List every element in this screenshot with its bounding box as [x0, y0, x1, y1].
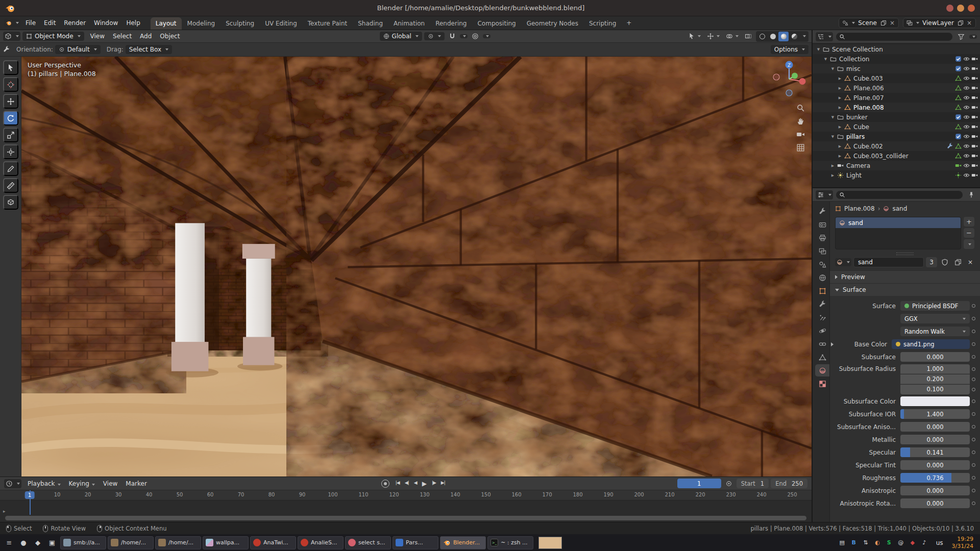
- breadcrumb-object[interactable]: Plane.008: [844, 205, 875, 212]
- workspace-tab[interactable]: Texture Paint: [303, 17, 352, 30]
- gizmo-y-axis[interactable]: [792, 73, 798, 79]
- disable-in-render-toggle[interactable]: [971, 133, 978, 140]
- hide-in-viewport-toggle[interactable]: [963, 162, 970, 169]
- hide-in-viewport-toggle[interactable]: [963, 75, 970, 82]
- outliner-row[interactable]: ▶ Cube: [813, 122, 980, 132]
- tray-icon[interactable]: ◆: [909, 539, 917, 547]
- outliner-item-label[interactable]: misc: [845, 65, 945, 72]
- properties-tab[interactable]: [815, 311, 829, 323]
- keyframe-decorator[interactable]: [970, 412, 977, 416]
- close-button[interactable]: [968, 5, 975, 12]
- hide-in-viewport-toggle[interactable]: [963, 85, 970, 91]
- tool-button[interactable]: [3, 77, 18, 92]
- property-value-slider[interactable]: 0.736: [900, 473, 970, 483]
- end-frame-field[interactable]: End250: [771, 479, 807, 488]
- taskbar-window-button[interactable]: ~ : zsh ...: [487, 536, 533, 549]
- hide-in-viewport-toggle[interactable]: [963, 123, 970, 130]
- navigation-gizmo[interactable]: Z: [769, 59, 810, 101]
- timeline-scrollbar[interactable]: [5, 516, 806, 520]
- unlink-material-button[interactable]: ×: [966, 258, 975, 267]
- tool-button[interactable]: [3, 144, 18, 159]
- surface-panel-header[interactable]: Surface: [830, 283, 980, 296]
- menubar-item[interactable]: Edit: [40, 18, 60, 28]
- timeline-ruler[interactable]: 1102030405060708090100110120130140150160…: [0, 490, 812, 500]
- tray-icon[interactable]: B: [850, 539, 858, 547]
- disable-in-render-toggle[interactable]: [971, 172, 978, 179]
- property-value-slider[interactable]: 0.200: [900, 374, 970, 384]
- unlink-scene-button[interactable]: ×: [889, 19, 895, 27]
- property-value-slider[interactable]: 0.000: [900, 435, 970, 444]
- keyframe-decorator[interactable]: [970, 330, 977, 333]
- properties-tab[interactable]: [815, 378, 829, 390]
- outliner-item-label[interactable]: Collection: [838, 56, 945, 63]
- outliner-row[interactable]: ▶ Cube.003: [813, 73, 980, 83]
- outliner-row[interactable]: ▼ misc: [813, 64, 980, 73]
- disable-in-render-toggle[interactable]: [971, 153, 978, 159]
- transform-orientation-dropdown[interactable]: Global: [380, 32, 422, 41]
- outliner-item-label[interactable]: Cube.003: [852, 75, 945, 82]
- new-material-button[interactable]: [952, 258, 964, 267]
- property-value-slider[interactable]: 0.000: [900, 486, 970, 495]
- blender-menu-button[interactable]: [4, 19, 20, 27]
- property-value-slider[interactable]: 0.141: [900, 447, 970, 457]
- taskbar-window-button[interactable]: /home/...: [155, 536, 201, 549]
- keyframe-decorator[interactable]: [970, 317, 977, 320]
- properties-tab[interactable]: [815, 205, 829, 217]
- expand-arrow-icon[interactable]: ▼: [830, 115, 836, 119]
- workspace-tab[interactable]: Layout: [151, 17, 182, 30]
- keyframe-decorator[interactable]: [970, 388, 977, 391]
- proportional-falloff-dropdown[interactable]: [483, 34, 491, 38]
- workspace-tab[interactable]: Animation: [388, 17, 430, 30]
- hide-in-viewport-toggle[interactable]: [963, 104, 970, 111]
- disable-in-render-toggle[interactable]: [971, 56, 978, 62]
- property-value-slider[interactable]: 1.400: [900, 409, 970, 419]
- pin-id-button[interactable]: [966, 190, 977, 199]
- properties-tab[interactable]: [815, 351, 829, 363]
- menubar-item[interactable]: Help: [122, 18, 144, 28]
- outliner-item-label[interactable]: Cube.002: [852, 143, 945, 150]
- add-workspace-button[interactable]: +: [622, 18, 635, 28]
- transport-button[interactable]: [420, 479, 429, 488]
- overlays-dropdown[interactable]: [724, 32, 741, 41]
- snap-settings-dropdown[interactable]: [460, 34, 468, 38]
- keyframe-decorator[interactable]: [970, 342, 977, 346]
- menubar-item[interactable]: Window: [90, 18, 122, 28]
- transport-button[interactable]: [394, 479, 402, 488]
- property-value-slider[interactable]: 0.000: [900, 498, 970, 508]
- subsurface-method-dropdown[interactable]: Random Walk: [900, 327, 970, 336]
- properties-tab[interactable]: [815, 324, 829, 337]
- tray-icon[interactable]: ◐: [873, 539, 881, 547]
- material-slot-list[interactable]: sand: [835, 217, 961, 249]
- timeline-editor-type-button[interactable]: [4, 479, 21, 488]
- selectability-visibility-dropdown[interactable]: [686, 32, 703, 41]
- expand-arrow-icon[interactable]: ▼: [830, 67, 836, 71]
- snap-toggle[interactable]: [447, 32, 458, 41]
- properties-tab[interactable]: [815, 338, 829, 350]
- material-users-button[interactable]: 3: [926, 257, 937, 267]
- properties-tab[interactable]: [815, 298, 829, 310]
- shading-settings-dropdown[interactable]: [800, 34, 807, 38]
- outliner-row[interactable]: ▼ bunker: [813, 112, 980, 122]
- taskbar-window-button[interactable]: smb://a...: [60, 536, 106, 549]
- launcher-button[interactable]: ▣: [45, 536, 59, 549]
- shading-rendered-button[interactable]: [789, 32, 799, 41]
- viewport-menu-item[interactable]: View: [86, 31, 109, 41]
- outliner-item-label[interactable]: Plane.007: [852, 94, 945, 102]
- outliner-item-label[interactable]: Cube: [852, 123, 945, 131]
- outliner-item-label[interactable]: Camera: [845, 162, 945, 169]
- options-dropdown[interactable]: Options: [771, 45, 808, 54]
- zoom-icon[interactable]: [796, 104, 805, 112]
- start-frame-field[interactable]: Start1: [737, 479, 769, 488]
- expand-arrow-icon[interactable]: ▶: [830, 173, 836, 178]
- workspace-tab[interactable]: Modeling: [182, 17, 220, 30]
- properties-tab[interactable]: [815, 218, 829, 231]
- tray-icon[interactable]: S: [885, 539, 893, 547]
- expand-arrow-icon[interactable]: [831, 342, 834, 346]
- keyframe-decorator[interactable]: [970, 489, 977, 492]
- channels-expand-arrow[interactable]: ▸: [3, 509, 6, 514]
- hide-in-viewport-toggle[interactable]: [963, 114, 970, 120]
- hide-in-viewport-toggle[interactable]: [963, 153, 970, 159]
- launcher-button[interactable]: ≡: [3, 536, 16, 549]
- current-frame-field[interactable]: 1: [677, 479, 721, 488]
- tray-icon[interactable]: ▤: [838, 539, 846, 547]
